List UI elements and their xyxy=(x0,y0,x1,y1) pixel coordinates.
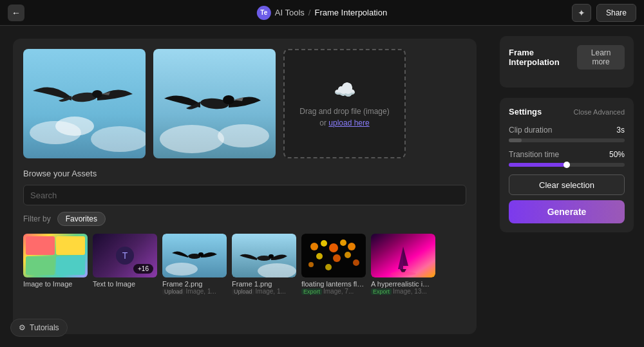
asset-meta: ExportImage, 7... xyxy=(301,288,366,295)
image-slot-2[interactable] xyxy=(153,49,276,158)
header-right: ✦ Share xyxy=(572,4,636,22)
right-panel: Frame Interpolation Learn more Settings … xyxy=(489,26,644,347)
asset-name: floating lanterns fl.jpg xyxy=(301,280,366,288)
list-item[interactable]: Frame 2.png UploadImage, 1... xyxy=(162,234,227,295)
filter-row: Filter by Favorites xyxy=(23,212,466,226)
main-content: ☁️ Drag and drop file (image) or upload … xyxy=(0,26,644,347)
tutorials-button[interactable]: ⚙ Tutorials xyxy=(10,319,68,337)
asset-name: A hyperrealistic ima... xyxy=(371,280,435,288)
asset-name: Frame 1.png xyxy=(232,280,296,288)
clip-duration-slider[interactable] xyxy=(509,138,625,142)
asset-meta: UploadImage, 1... xyxy=(232,288,296,295)
generate-button[interactable]: Generate xyxy=(509,200,625,223)
svg-point-10 xyxy=(223,95,234,104)
svg-point-25 xyxy=(340,239,346,246)
svg-point-29 xyxy=(345,252,351,258)
drop-zone[interactable]: ☁️ Drag and drop file (image) or upload … xyxy=(283,49,406,158)
svg-point-30 xyxy=(308,262,314,267)
settings-title: Settings xyxy=(509,107,542,117)
transition-time-slider[interactable] xyxy=(509,163,625,167)
clip-duration-fill xyxy=(509,138,522,142)
clear-selection-button[interactable]: Clear selection xyxy=(509,174,625,195)
media-panel: ☁️ Drag and drop file (image) or upload … xyxy=(13,39,477,334)
svg-point-34 xyxy=(390,272,416,276)
clip-duration-label: Clip duration xyxy=(509,126,552,135)
browse-label: Browse your Assets xyxy=(23,169,466,178)
drop-zone-text: Drag and drop file (image) or upload her… xyxy=(299,106,389,129)
svg-point-7 xyxy=(160,125,224,153)
svg-point-24 xyxy=(329,243,338,252)
transition-time-label: Transition time xyxy=(509,150,559,159)
asset-meta: ExportImage, 13... xyxy=(371,288,435,295)
back-button[interactable]: ← xyxy=(8,5,24,21)
upload-icon: ☁️ xyxy=(334,79,356,100)
list-item[interactable]: T +16 Text to Image xyxy=(93,234,157,295)
transition-time-label-row: Transition time 50% xyxy=(509,150,625,159)
svg-point-23 xyxy=(321,240,327,247)
svg-text:T: T xyxy=(122,250,128,261)
slider-thumb xyxy=(564,162,570,168)
clip-duration-value: 3s xyxy=(616,126,625,135)
settings-card: Settings Close Advanced Clip duration 3s… xyxy=(500,98,634,232)
frame-interpolation-card: Frame Interpolation Learn more xyxy=(500,36,634,88)
share-button[interactable]: Share xyxy=(596,4,636,22)
asset-thumbnail xyxy=(232,234,296,277)
list-item[interactable]: Frame 1.png UploadImage, 1... xyxy=(232,234,296,295)
clip-duration-label-row: Clip duration 3s xyxy=(509,126,625,135)
sparkle-button[interactable]: ✦ xyxy=(572,4,591,22)
transition-time-value: 50% xyxy=(609,150,625,159)
asset-thumbnail xyxy=(371,234,435,277)
breadcrumb-separator: / xyxy=(308,8,311,17)
image-slot-1[interactable] xyxy=(23,49,146,158)
svg-point-16 xyxy=(198,252,204,256)
asset-grid: Image to Image T +16 xyxy=(23,234,466,295)
close-advanced-button[interactable]: Close Advanced xyxy=(574,108,625,116)
asset-thumbnail: T +16 xyxy=(93,234,157,277)
frame-interp-title: Frame Interpolation xyxy=(509,48,577,67)
list-item[interactable]: floating lanterns fl.jpg ExportImage, 7.… xyxy=(301,234,366,295)
svg-point-32 xyxy=(353,259,359,266)
asset-count-badge: +16 xyxy=(133,264,153,274)
svg-point-20 xyxy=(269,254,274,258)
asset-thumbnail xyxy=(23,234,88,277)
settings-header: Settings Close Advanced xyxy=(509,107,625,117)
svg-point-22 xyxy=(310,243,318,250)
learn-more-button[interactable]: Learn more xyxy=(577,45,625,70)
list-item[interactable]: A hyperrealistic ima... ExportImage, 13.… xyxy=(371,234,435,295)
filter-by-label: Filter by xyxy=(23,214,51,223)
svg-point-8 xyxy=(218,124,269,147)
breadcrumb-link[interactable]: AI Tools xyxy=(275,8,305,17)
transition-time-fill xyxy=(509,163,567,167)
browse-section: Browse your Assets Filter by Favorites xyxy=(23,169,466,295)
image-row: ☁️ Drag and drop file (image) or upload … xyxy=(23,49,466,158)
svg-point-31 xyxy=(325,264,332,270)
page-title: Frame Interpolation xyxy=(314,8,387,17)
asset-name: Frame 2.png xyxy=(162,280,227,288)
upload-link[interactable]: upload here xyxy=(328,118,369,127)
svg-point-27 xyxy=(316,253,323,259)
asset-thumbnail xyxy=(301,234,366,277)
asset-name: Text to Image xyxy=(93,280,157,288)
svg-point-26 xyxy=(348,243,355,250)
asset-thumbnail xyxy=(162,234,227,277)
header-left: ← xyxy=(8,5,24,21)
asset-name: Image to Image xyxy=(23,280,88,288)
tutorials-icon: ⚙ xyxy=(19,323,26,332)
tutorials-label: Tutorials xyxy=(30,323,59,332)
svg-point-5 xyxy=(92,90,102,98)
asset-meta: UploadImage, 1... xyxy=(162,288,227,295)
breadcrumb: Te AI Tools / Frame Interpolation xyxy=(257,6,387,20)
svg-point-14 xyxy=(166,263,198,276)
svg-point-28 xyxy=(333,254,341,262)
content-area: ☁️ Drag and drop file (image) or upload … xyxy=(0,26,489,347)
clip-duration-row: Clip duration 3s xyxy=(509,126,625,142)
avatar: Te xyxy=(257,6,271,20)
search-input[interactable] xyxy=(23,185,466,205)
list-item[interactable]: Image to Image xyxy=(23,234,88,295)
transition-time-row: Transition time 50% xyxy=(509,150,625,167)
app-header: ← Te AI Tools / Frame Interpolation ✦ Sh… xyxy=(0,0,644,26)
panel-header: Frame Interpolation Learn more xyxy=(509,45,625,70)
svg-point-2 xyxy=(55,117,94,136)
favorites-filter[interactable]: Favorites xyxy=(57,212,106,226)
svg-rect-21 xyxy=(301,234,366,277)
